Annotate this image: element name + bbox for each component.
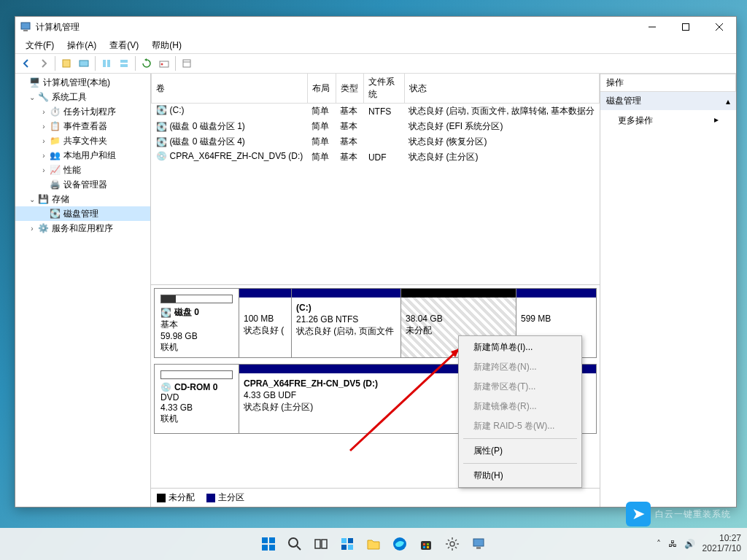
- app-taskbar-icon[interactable]: [468, 534, 489, 554]
- volume-icon[interactable]: 🔊: [684, 539, 695, 549]
- chevron-up-icon[interactable]: ˄: [657, 539, 661, 549]
- network-icon[interactable]: 🖧: [668, 539, 677, 549]
- tb-icon[interactable]: [116, 55, 132, 71]
- minimize-button[interactable]: [635, 17, 669, 37]
- toolbar: [15, 53, 736, 74]
- svg-rect-26: [341, 538, 347, 543]
- col-type[interactable]: 类型: [336, 74, 364, 104]
- collapse-icon: ▴: [726, 96, 730, 106]
- svg-rect-46: [476, 547, 481, 549]
- volume-table: 卷 布局 类型 文件系统 状态 💽(C:)简单基本NTFS状态良好 (启动, 页…: [151, 74, 600, 165]
- svg-point-22: [289, 538, 298, 547]
- col-fs[interactable]: 文件系统: [364, 74, 404, 104]
- svg-rect-10: [120, 60, 128, 63]
- svg-rect-3: [683, 24, 689, 31]
- settings-icon[interactable]: [442, 534, 462, 554]
- svg-line-41: [448, 540, 449, 541]
- clock-time: 10:27: [703, 534, 741, 544]
- menu-view[interactable]: 查看(V): [104, 38, 144, 53]
- svg-rect-31: [421, 541, 431, 550]
- start-button[interactable]: [258, 534, 279, 554]
- menu-new-striped-volume: 新建带区卷(T)...: [460, 377, 580, 397]
- col-status[interactable]: 状态: [404, 74, 599, 104]
- svg-rect-28: [341, 545, 347, 550]
- svg-rect-24: [315, 540, 320, 548]
- tree-disk-management[interactable]: 💽磁盘管理: [15, 206, 150, 221]
- menubar: 文件(F) 操作(A) 查看(V) 帮助(H): [15, 37, 736, 53]
- tree-local-users[interactable]: ›👥本地用户和组: [15, 148, 150, 163]
- actions-pane: 操作 磁盘管理▴ 更多操作▸: [600, 74, 736, 507]
- menu-properties[interactable]: 属性(P): [460, 441, 580, 461]
- tb-icon[interactable]: [76, 55, 92, 71]
- table-row[interactable]: 💿CPRA_X64FRE_ZH-CN_DV5 (D:)简单基本UDF状态良好 (…: [152, 149, 600, 165]
- tree-system-tools[interactable]: ⌄🔧系统工具: [15, 90, 150, 104]
- partition-c[interactable]: (C:)21.26 GB NTFS状态良好 (启动, 页面文件: [292, 289, 401, 357]
- tb-icon[interactable]: [156, 55, 172, 71]
- clock-date: 2021/7/10: [703, 544, 741, 554]
- tree-root[interactable]: 🖥️计算机管理(本地): [15, 75, 150, 90]
- titlebar[interactable]: 计算机管理: [15, 17, 736, 37]
- table-row[interactable]: 💽(磁盘 0 磁盘分区 4)简单基本状态良好 (恢复分区): [152, 134, 600, 149]
- partition-efi[interactable]: 100 MB状态良好 (: [239, 289, 292, 357]
- disk-0-header[interactable]: 💽磁盘 0 基本 59.98 GB 联机: [155, 289, 239, 357]
- tree-performance[interactable]: ›📈性能: [15, 163, 150, 177]
- disc-icon: 💿: [156, 151, 167, 161]
- tree-services-apps[interactable]: ›⚙️服务和应用程序: [15, 221, 150, 236]
- menu-new-mirrored-volume: 新建镜像卷(R)...: [460, 397, 580, 416]
- tree-storage[interactable]: ⌄💾存储: [15, 192, 150, 206]
- maximize-button[interactable]: [669, 17, 703, 37]
- tree-device-manager[interactable]: 🖨️设备管理器: [15, 177, 150, 192]
- table-row[interactable]: 💽(C:)简单基本NTFS状态良好 (启动, 页面文件, 故障转储, 基本数据分: [152, 104, 600, 120]
- svg-rect-6: [63, 60, 70, 67]
- svg-rect-9: [107, 60, 110, 67]
- col-volume[interactable]: 卷: [152, 74, 308, 104]
- legend: 未分配 主分区: [151, 488, 600, 507]
- svg-rect-27: [348, 538, 353, 543]
- svg-rect-33: [427, 543, 429, 545]
- refresh-icon[interactable]: [139, 55, 155, 71]
- menu-new-simple-volume[interactable]: 新建简单卷(I)...: [460, 338, 580, 357]
- system-tray[interactable]: ˄ 🖧 🔊 10:27 2021/7/10: [657, 534, 741, 554]
- edge-icon[interactable]: [390, 534, 410, 554]
- tree-task-scheduler[interactable]: ›⏱️任务计划程序: [15, 104, 150, 119]
- tree-event-viewer[interactable]: ›📋事件查看器: [15, 119, 150, 133]
- svg-rect-19: [269, 537, 275, 543]
- navigation-tree: 🖥️计算机管理(本地) ⌄🔧系统工具 ›⏱️任务计划程序 ›📋事件查看器 ›📁共…: [15, 74, 151, 507]
- tb-icon[interactable]: [98, 55, 115, 71]
- svg-rect-45: [473, 539, 484, 546]
- watermark-icon: ➤: [626, 502, 651, 526]
- tb-icon[interactable]: [179, 55, 195, 71]
- actions-disk-mgmt[interactable]: 磁盘管理▴: [600, 92, 736, 110]
- app-icon: [20, 21, 31, 33]
- taskview-icon[interactable]: [311, 534, 331, 554]
- svg-rect-18: [262, 537, 268, 543]
- tb-icon[interactable]: [58, 55, 74, 71]
- tree-shared-folders[interactable]: ›📁共享文件夹: [15, 133, 150, 148]
- menu-new-raid5-volume: 新建 RAID-5 卷(W)...: [460, 416, 580, 436]
- context-menu: 新建简单卷(I)... 新建跨区卷(N)... 新建带区卷(T)... 新建镜像…: [458, 335, 582, 488]
- cdrom-header[interactable]: 💿CD-ROM 0 DVD 4.33 GB 联机: [155, 365, 239, 433]
- col-layout[interactable]: 布局: [307, 74, 336, 104]
- svg-line-42: [455, 547, 457, 548]
- disk-icon: 💽: [160, 308, 171, 318]
- svg-rect-32: [423, 543, 425, 545]
- store-icon[interactable]: [416, 534, 436, 554]
- svg-point-36: [450, 542, 454, 546]
- chevron-right-icon: ▸: [714, 114, 719, 127]
- explorer-icon[interactable]: [363, 534, 384, 554]
- menu-file[interactable]: 文件(F): [20, 38, 60, 53]
- taskbar: ˄ 🖧 🔊 10:27 2021/7/10: [0, 528, 747, 560]
- menu-help[interactable]: 帮助(H): [146, 38, 187, 53]
- back-button[interactable]: [18, 55, 34, 71]
- window-title: 计算机管理: [36, 21, 635, 34]
- search-icon[interactable]: [285, 534, 305, 554]
- svg-rect-0: [21, 23, 30, 29]
- svg-rect-20: [262, 545, 268, 551]
- widgets-icon[interactable]: [337, 534, 357, 554]
- menu-action[interactable]: 操作(A): [61, 38, 102, 53]
- menu-help[interactable]: 帮助(H): [460, 466, 580, 486]
- close-button[interactable]: [703, 17, 736, 37]
- actions-more[interactable]: 更多操作▸: [600, 110, 736, 131]
- table-row[interactable]: 💽(磁盘 0 磁盘分区 1)简单基本状态良好 (EFI 系统分区): [152, 119, 600, 134]
- forward-button[interactable]: [36, 55, 52, 71]
